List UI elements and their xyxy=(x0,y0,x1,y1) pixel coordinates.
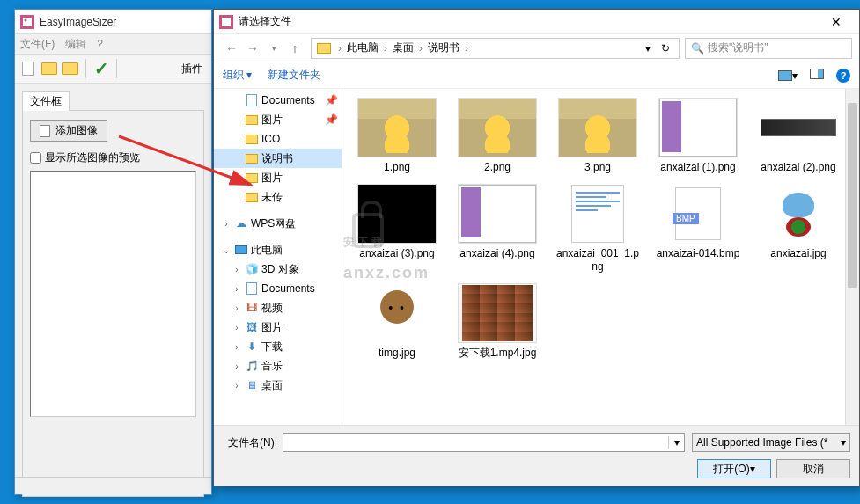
close-button[interactable]: ✕ xyxy=(819,15,854,29)
scrollbar[interactable] xyxy=(845,89,859,425)
file-item[interactable]: anxiazai.jpg xyxy=(749,180,848,278)
cancel-button[interactable]: 取消 xyxy=(776,459,850,478)
content: 文件框 添加图像 显示所选图像的预览 xyxy=(15,84,211,504)
tree-documents[interactable]: Documents📌 xyxy=(214,91,342,110)
file-name: 2.png xyxy=(484,161,511,175)
tab-filebox[interactable]: 文件框 xyxy=(22,91,70,111)
tree-thispc[interactable]: ⌄此电脑 xyxy=(214,240,342,259)
app-icon xyxy=(20,15,34,29)
breadcrumb[interactable]: › 此电脑 › 桌面 › 说明书 › ▾↻ xyxy=(311,38,680,59)
tree-weichuan[interactable]: 未传 xyxy=(214,187,342,207)
file-name: anxaizai (3).png xyxy=(359,247,434,261)
tree-shuomingshu[interactable]: 说明书 xyxy=(214,149,342,168)
filetype-filter[interactable]: All Supported Image Files (*▾ xyxy=(692,433,850,452)
tree-music[interactable]: ›🎵音乐 xyxy=(214,356,342,376)
nav-up-button[interactable]: ↑ xyxy=(284,38,305,59)
file-name: anxaizai (1).png xyxy=(660,161,735,175)
filename-label: 文件名(N): xyxy=(223,435,277,450)
tree-desktop[interactable]: ›🖥桌面 xyxy=(214,376,342,395)
file-name: timg.jpg xyxy=(379,347,415,361)
file-name: anxaizai-014.bmp xyxy=(657,247,740,261)
view-mode-button[interactable]: ▾ xyxy=(778,69,798,82)
file-item[interactable]: anxaizai (2).png xyxy=(749,94,848,179)
open-button[interactable]: 打开(O) ▾ xyxy=(697,459,771,478)
folder-tree: Documents📌 图片📌 ICO 说明书 图片 未传 ›☁WPS网盘 ⌄此电… xyxy=(214,89,342,425)
nav-recent-button[interactable]: ▾ xyxy=(263,38,284,59)
new-file-button[interactable] xyxy=(18,59,38,78)
pin-icon: 📌 xyxy=(325,94,338,106)
main-titlebar[interactable]: EasyImageSizer xyxy=(15,10,211,34)
nav-back-button[interactable]: ← xyxy=(221,38,242,59)
file-name: 安下载1.mp4.jpg xyxy=(459,347,537,361)
file-item[interactable]: anxaizai_001_1.png xyxy=(548,180,647,278)
file-item[interactable]: BMPanxaizai-014.bmp xyxy=(649,180,747,278)
menu-help[interactable]: ? xyxy=(97,38,103,50)
file-item[interactable]: 安下载1.mp4.jpg xyxy=(448,280,547,364)
file-name: anxaizai_001_1.png xyxy=(554,247,642,274)
new-folder-button[interactable]: 新建文件夹 xyxy=(268,68,320,83)
plugin-label[interactable]: 插件 xyxy=(176,60,208,78)
organize-menu[interactable]: 组织 ▾ xyxy=(223,68,252,83)
preview-pane-button[interactable] xyxy=(810,69,824,82)
nav-fwd-button[interactable]: → xyxy=(242,38,263,59)
file-item[interactable]: 1.png xyxy=(348,94,446,179)
file-list-area: 1.png2.png3.pnganxaizai (1).pnganxaizai … xyxy=(342,89,859,425)
add-image-button[interactable]: 添加图像 xyxy=(30,120,107,142)
preview-box xyxy=(30,171,196,417)
tree-pictures-quick[interactable]: 图片📌 xyxy=(214,110,342,129)
file-item[interactable]: timg.jpg xyxy=(348,280,446,364)
tree-downloads[interactable]: ›⬇下载 xyxy=(214,337,342,356)
help-button[interactable]: ? xyxy=(836,69,850,83)
file-item[interactable]: 3.png xyxy=(548,94,647,179)
file-dialog: 请选择文件 ✕ ← → ▾ ↑ › 此电脑 › 桌面 › 说明书 › ▾↻ 🔍 … xyxy=(213,9,860,486)
menubar: 文件(F) 编辑 ? xyxy=(15,34,211,54)
tree-3d-objects[interactable]: ›🧊3D 对象 xyxy=(214,259,342,279)
tree-wps[interactable]: ›☁WPS网盘 xyxy=(214,214,342,233)
file-name: 1.png xyxy=(384,161,410,175)
open-folder2-button[interactable] xyxy=(61,59,80,78)
file-item[interactable]: 2.png xyxy=(448,94,547,179)
dialog-footer: 文件名(N): ▾ All Supported Image Files (*▾ … xyxy=(214,425,859,486)
tree-ico[interactable]: ICO xyxy=(214,129,342,149)
file-name: anxiazai.jpg xyxy=(770,247,826,261)
menu-edit[interactable]: 编辑 xyxy=(65,37,86,52)
tree-videos[interactable]: ›🎞视频 xyxy=(214,298,342,318)
command-bar: 组织 ▾ 新建文件夹 ▾ ? xyxy=(214,62,859,89)
svg-point-2 xyxy=(25,18,27,21)
crumb-dd-icon[interactable]: ▾ xyxy=(643,42,652,55)
preview-label: 显示所选图像的预览 xyxy=(45,150,140,165)
menu-file[interactable]: 文件(F) xyxy=(20,37,55,52)
preview-checkbox[interactable] xyxy=(30,152,41,164)
toolbar: ✓ 插件 xyxy=(15,54,211,84)
file-name: anxaizai (2).png xyxy=(761,161,835,175)
navbar: ← → ▾ ↑ › 此电脑 › 桌面 › 说明书 › ▾↻ 🔍 搜索"说明书" xyxy=(214,34,859,62)
svg-rect-4 xyxy=(222,18,231,26)
crumb-desktop[interactable]: 桌面 xyxy=(391,40,415,55)
svg-rect-1 xyxy=(23,18,32,26)
search-icon: 🔍 xyxy=(691,42,704,55)
file-item[interactable]: anxaizai (1).png xyxy=(649,94,747,179)
main-window: EasyImageSizer 文件(F) 编辑 ? ✓ 插件 文件框 添加图像 … xyxy=(14,9,212,495)
filename-combo[interactable]: ▾ xyxy=(283,433,685,452)
dialog-titlebar[interactable]: 请选择文件 ✕ xyxy=(214,10,859,34)
crumb-thispc[interactable]: 此电脑 xyxy=(345,40,380,55)
tree-documents2[interactable]: ›Documents xyxy=(214,279,342,298)
dialog-title: 请选择文件 xyxy=(239,14,819,29)
tree-pictures3[interactable]: ›🖼图片 xyxy=(214,318,342,337)
refresh-icon[interactable]: ↻ xyxy=(659,42,672,55)
apply-button[interactable]: ✓ xyxy=(92,59,111,78)
open-folder-button[interactable] xyxy=(40,59,59,78)
app-title: EasyImageSizer xyxy=(40,16,206,28)
tree-pictures2[interactable]: 图片 xyxy=(214,168,342,187)
statusbar xyxy=(15,477,211,494)
file-item[interactable]: anxaizai (4).png xyxy=(448,180,547,278)
file-name: 3.png xyxy=(584,161,611,175)
crumb-shuomingshu[interactable]: 说明书 xyxy=(426,40,461,55)
search-input[interactable]: 🔍 搜索"说明书" xyxy=(685,38,852,59)
watermark-lock-icon xyxy=(352,213,384,248)
dialog-app-icon xyxy=(219,15,233,29)
file-name: anxaizai (4).png xyxy=(459,247,534,261)
